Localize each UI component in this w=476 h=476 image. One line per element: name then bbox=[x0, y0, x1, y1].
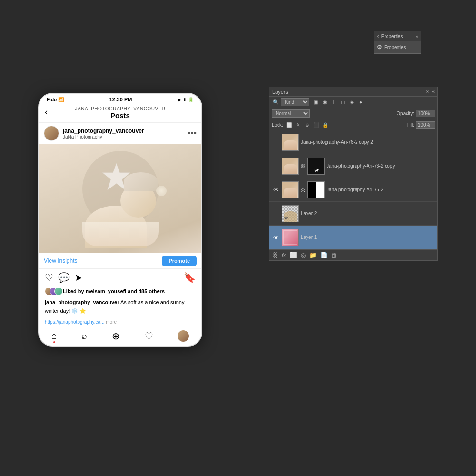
layers-close-button[interactable]: × bbox=[426, 89, 429, 94]
layers-filter-toolbar: 🔍 Kind ▣ ◉ T ◻ ◈ ● bbox=[269, 97, 437, 108]
view-insights-button[interactable]: View Insights bbox=[44, 258, 77, 264]
search-icon[interactable]: 🔍 bbox=[272, 99, 279, 106]
lock-row: Lock: ⬜ ✎ ⊕ ⬛ 🔒 Fill: bbox=[269, 119, 437, 130]
likes-count: 485 others bbox=[139, 288, 165, 294]
nav-heart-button[interactable]: ♡ bbox=[145, 330, 153, 342]
wifi-icon: 📶 bbox=[58, 97, 64, 102]
layers-kind-select[interactable]: Kind bbox=[281, 98, 309, 106]
new-layer-icon[interactable]: 📄 bbox=[320, 252, 327, 258]
properties-icon: ⚙ bbox=[377, 44, 382, 50]
nav-home-button[interactable]: ⌂ bbox=[51, 330, 57, 341]
smartobject-filter-icon[interactable]: ◈ bbox=[348, 99, 356, 106]
lock-icons: ⬜ ✎ ⊕ ⬛ 🔒 bbox=[285, 121, 329, 129]
bookmark-button[interactable]: 🔖 bbox=[184, 272, 196, 283]
layers-titlebar-right: × « bbox=[426, 89, 435, 94]
pixel-filter-icon[interactable]: ▣ bbox=[312, 99, 319, 106]
caption-username[interactable]: jana_photography_vancouver bbox=[45, 299, 119, 305]
table-row[interactable]: 👁 𝒲 Layer 2 bbox=[269, 202, 437, 226]
fill-input[interactable] bbox=[416, 121, 435, 129]
instagram-header: ‹ JANA_PHOTOGRAPHY_VANCOUVER Posts bbox=[39, 103, 201, 123]
properties-titlebar: × Properties » bbox=[374, 31, 421, 41]
blend-mode-select[interactable]: Normal bbox=[272, 109, 310, 118]
status-right: ▶ ⬆ 🔋 bbox=[178, 97, 194, 102]
post-actions-left: ♡ 💬 ➤ bbox=[45, 272, 83, 283]
likes-and: and bbox=[126, 288, 139, 294]
signal-icon: ▶ bbox=[178, 97, 181, 102]
layer-thumbnail bbox=[282, 158, 299, 175]
opacity-input[interactable] bbox=[416, 110, 435, 117]
layer-thumbnail bbox=[282, 181, 299, 198]
new-group-icon[interactable]: 📁 bbox=[309, 252, 317, 258]
back-button[interactable]: ‹ bbox=[45, 107, 48, 117]
phone-mockup: Fido 📶 12:30 PM ▶ ⬆ 🔋 ‹ JANA_PHOTOGRAPHY… bbox=[38, 93, 202, 347]
fx-icon[interactable]: fx bbox=[282, 252, 286, 258]
properties-title: Properties bbox=[381, 34, 403, 39]
selected-filter-icon[interactable]: ● bbox=[357, 99, 365, 106]
table-row[interactable]: 👁 Jana-photography-Ari-76-2 copy 2 bbox=[269, 130, 437, 154]
layer-name: Jana-photography-Ari-76-2 copy 2 bbox=[301, 139, 435, 145]
properties-body: ⚙ Properties bbox=[374, 41, 421, 53]
post-insights-bar: View Insights Promote bbox=[39, 253, 201, 269]
like-button[interactable]: ♡ bbox=[45, 272, 53, 283]
layers-titlebar: Layers × « bbox=[269, 87, 437, 97]
delete-layer-icon[interactable]: 🗑 bbox=[331, 252, 337, 258]
post-url: https://janaphotography.ca... more bbox=[39, 317, 201, 327]
carrier-text: Fido bbox=[47, 97, 57, 102]
lock-label: Lock: bbox=[272, 122, 283, 128]
caption-text: jana_photography_vancouver As soft as a … bbox=[45, 299, 184, 314]
table-row[interactable]: 👁 ⛓ Jana-photography-Ari-76-2 bbox=[269, 178, 437, 202]
layer-name: Layer 2 bbox=[301, 211, 435, 216]
type-filter-icon[interactable]: T bbox=[330, 99, 337, 106]
lock-position-icon[interactable]: ✎ bbox=[294, 121, 302, 129]
layer-thumbnail: 𝒲 bbox=[282, 205, 299, 222]
nav-search-button[interactable]: ⌕ bbox=[81, 330, 87, 341]
fill-label: Fill: bbox=[407, 122, 414, 128]
share-button[interactable]: ➤ bbox=[75, 272, 83, 283]
post-actions: ♡ 💬 ➤ 🔖 bbox=[39, 269, 201, 286]
layers-panel: Layers × « 🔍 Kind ▣ ◉ T ◻ ◈ ● Normal Opa… bbox=[269, 87, 438, 261]
properties-close-button[interactable]: × bbox=[377, 34, 379, 39]
avatar bbox=[44, 126, 59, 141]
lock-artboard-icon[interactable]: ⊕ bbox=[303, 121, 311, 129]
table-row[interactable]: 👁 ⛓ 𝒲 Jana-photography-Ari-76-2 copy bbox=[269, 154, 437, 178]
properties-expand-button[interactable]: » bbox=[416, 34, 418, 39]
layer-visibility-icon[interactable]: 👁 bbox=[272, 234, 280, 241]
nav-profile-button[interactable] bbox=[178, 330, 189, 342]
post-url-link[interactable]: https://janaphotography.ca... more bbox=[45, 319, 117, 325]
layers-title: Layers bbox=[272, 89, 288, 95]
post-image bbox=[39, 144, 201, 253]
post-caption: jana_photography_vancouver As soft as a … bbox=[39, 297, 201, 317]
shape-filter-icon[interactable]: ◻ bbox=[339, 99, 347, 106]
layer-thumbnail bbox=[282, 134, 299, 151]
likes-user[interactable]: meisam_yousefi bbox=[86, 288, 127, 294]
adjustment-filter-icon[interactable]: ◉ bbox=[321, 99, 328, 106]
layer-name: Jana-photography-Ari-76-2 bbox=[327, 187, 435, 192]
nav-add-button[interactable]: ⊕ bbox=[112, 330, 120, 342]
layer-link-icon: ⛓ bbox=[301, 163, 306, 169]
table-row[interactable]: 👁 Layer 1 bbox=[269, 226, 437, 249]
lock-transparency-icon[interactable]: 🔒 bbox=[321, 121, 329, 129]
layers-bottom-bar: ⛓ fx ⬜ ◎ 📁 📄 🗑 bbox=[269, 249, 437, 260]
layer-mask-thumbnail-white bbox=[307, 181, 325, 198]
comment-button[interactable]: 💬 bbox=[58, 272, 70, 283]
instagram-account-name: JANA_PHOTOGRAPHY_VANCOUVER bbox=[45, 106, 196, 111]
add-mask-icon[interactable]: ⬜ bbox=[290, 252, 297, 258]
lock-pixels-icon[interactable]: ⬜ bbox=[285, 121, 293, 129]
post-more-button[interactable]: ••• bbox=[188, 129, 197, 139]
layers-expand-button[interactable]: « bbox=[432, 89, 435, 94]
properties-panel: × Properties » ⚙ Properties bbox=[374, 31, 421, 54]
likes-prefix: Liked by bbox=[63, 288, 86, 294]
post-user-info: jana_photography_vancouver JaNa Photogra… bbox=[63, 128, 188, 139]
properties-label: Properties bbox=[384, 45, 406, 50]
status-time: 12:30 PM bbox=[109, 97, 132, 102]
likes-text: Liked by meisam_yousefi and 485 others bbox=[63, 288, 165, 294]
link-layers-icon[interactable]: ⛓ bbox=[272, 252, 278, 258]
layer-name: Jana-photography-Ari-76-2 copy bbox=[327, 163, 435, 169]
layer-visibility-icon[interactable]: 👁 bbox=[272, 187, 280, 193]
new-fill-layer-icon[interactable]: ◎ bbox=[301, 252, 306, 258]
layers-filter-icons: ▣ ◉ T ◻ ◈ ● bbox=[312, 99, 365, 106]
layers-list: 👁 Jana-photography-Ari-76-2 copy 2 👁 ⛓ 𝒲… bbox=[269, 130, 437, 249]
lock-all-icon[interactable]: ⬛ bbox=[312, 121, 320, 129]
promote-button[interactable]: Promote bbox=[162, 256, 197, 266]
layer-thumbnail bbox=[282, 229, 299, 246]
